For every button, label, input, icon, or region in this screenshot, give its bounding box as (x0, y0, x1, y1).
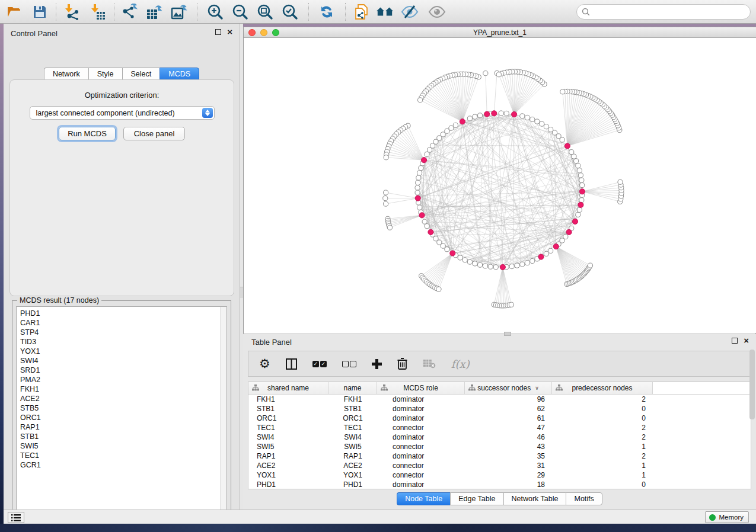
mcds-node-item[interactable]: PHD1 (20, 309, 227, 318)
table-row[interactable]: SWI4SWI4dominator462 (248, 432, 751, 442)
table-panel-title: Table Panel (251, 338, 292, 347)
export-image-icon[interactable] (171, 4, 189, 20)
column-header-name[interactable]: name (328, 382, 377, 394)
table-row[interactable]: ORC1ORC1dominator610 (248, 414, 751, 423)
column-header-predecessor-nodes[interactable]: predecessor nodes (552, 382, 653, 394)
mcds-node-item[interactable]: STB1 (20, 432, 227, 441)
mcds-result-list[interactable]: PHD1CAR1STP4TID3YOX1SWI4SRD1PMA2FKH1ACE2… (16, 306, 227, 516)
refresh-icon[interactable] (318, 4, 336, 20)
close-panel-icon[interactable]: × (227, 29, 232, 35)
import-table-icon[interactable] (89, 4, 107, 20)
table-header: shared namenameMCDS rolesuccessor nodes∨… (248, 382, 751, 395)
float-table-panel-icon[interactable] (732, 338, 738, 344)
selected-option: largest connected component (undirected) (36, 109, 175, 117)
close-panel-button[interactable]: Close panel (123, 127, 185, 140)
table-row[interactable]: TEC1TEC1connector472 (248, 423, 751, 432)
save-session-icon[interactable] (31, 4, 49, 20)
mcds-node-item[interactable]: SWI5 (20, 441, 227, 451)
table-scrollbar[interactable] (749, 350, 755, 419)
status-bar: Memory (4, 509, 756, 524)
node-table: shared namenameMCDS rolesuccessor nodes∨… (248, 382, 751, 489)
control-panel: Control Panel × NetworkStyleSelectMCDS O… (4, 24, 240, 509)
import-network-icon[interactable] (64, 4, 82, 20)
column-header-shared-name[interactable]: shared name (248, 382, 328, 394)
column-header-MCDS-role[interactable]: MCDS role (377, 382, 465, 394)
network-view[interactable] (244, 38, 755, 334)
table-row[interactable]: ACE2ACE2connector311 (248, 461, 751, 470)
memory-button[interactable]: Memory (705, 511, 749, 523)
table-row[interactable]: PHD1PHD1dominator180 (248, 480, 751, 489)
mcds-node-item[interactable]: ORC1 (20, 413, 227, 422)
memory-label: Memory (719, 514, 744, 521)
column-header-successor-nodes[interactable]: successor nodes∨ (465, 382, 552, 394)
table-row[interactable]: YOX1YOX1connector291 (248, 470, 751, 480)
toolbar-separator (114, 3, 114, 21)
mcds-node-item[interactable]: SWI4 (20, 356, 227, 366)
run-mcds-button[interactable]: Run MCDS (59, 127, 116, 140)
maximize-window-icon[interactable] (272, 29, 279, 36)
hide-selected-icon[interactable] (401, 4, 419, 20)
mcds-result-group: MCDS result (17 nodes) PHD1CAR1STP4TID3Y… (12, 300, 231, 520)
deselect-all-icon[interactable] (342, 356, 356, 371)
tab-edge-table[interactable]: Edge Table (450, 492, 503, 505)
delete-table-icon (423, 356, 436, 371)
mcds-node-item[interactable]: GCR1 (20, 460, 227, 470)
delete-columns-icon[interactable] (397, 356, 407, 371)
minimize-window-icon[interactable] (260, 29, 267, 36)
table-row[interactable]: RAP1RAP1dominator352 (248, 451, 751, 461)
tab-mcds[interactable]: MCDS (160, 68, 199, 80)
mcds-node-item[interactable]: STP4 (20, 328, 227, 337)
network-titlebar[interactable]: YPA_prune.txt_1 (244, 27, 756, 38)
column-header-filler (653, 382, 751, 394)
zoom-in-icon[interactable] (206, 4, 224, 20)
table-row[interactable]: STB1STB1dominator620 (248, 404, 751, 414)
result-scrollbar[interactable] (220, 307, 227, 515)
add-column-icon[interactable] (372, 356, 382, 371)
network-window: YPA_prune.txt_1 (243, 27, 756, 334)
mcds-node-item[interactable]: STB5 (20, 403, 227, 413)
zoom-selected-icon[interactable] (281, 4, 299, 20)
tab-network[interactable]: Network (44, 68, 88, 80)
tab-select[interactable]: Select (122, 68, 160, 80)
mcds-node-item[interactable]: FKH1 (20, 384, 227, 394)
tab-motifs[interactable]: Motifs (566, 492, 602, 505)
optimization-criterion-select[interactable]: largest connected component (undirected) (30, 106, 215, 120)
zoom-out-icon[interactable] (231, 4, 249, 20)
search-box (576, 4, 751, 20)
table-settings-icon[interactable]: ⚙ (259, 356, 270, 371)
close-window-icon[interactable] (248, 29, 256, 36)
select-stepper-icon (202, 108, 213, 118)
search-input[interactable] (592, 6, 750, 18)
tab-node-table[interactable]: Node Table (397, 492, 450, 505)
toggle-column-panel-icon[interactable] (286, 356, 297, 371)
network-canvas-svg (244, 38, 755, 334)
mcds-node-item[interactable]: ACE2 (20, 394, 227, 403)
select-all-icon[interactable]: ✓✓ (312, 356, 327, 371)
mcds-node-item[interactable]: YOX1 (20, 347, 227, 356)
table-row[interactable]: FKH1FKH1dominator962 (248, 395, 751, 404)
list-icon (11, 514, 21, 521)
mcds-node-item[interactable]: CAR1 (20, 318, 227, 328)
export-table-icon[interactable] (146, 4, 164, 20)
zoom-fit-icon[interactable] (256, 4, 274, 20)
horizontal-splitter[interactable] (504, 332, 511, 336)
mcds-node-item[interactable]: TID3 (20, 337, 227, 347)
float-panel-icon[interactable] (215, 29, 221, 35)
tab-style[interactable]: Style (88, 68, 122, 80)
close-table-panel-icon[interactable]: × (744, 338, 749, 344)
mcds-node-item[interactable]: TEC1 (20, 451, 227, 460)
first-neighbors-icon[interactable] (376, 4, 394, 20)
mcds-node-item[interactable]: SRD1 (20, 366, 227, 375)
function-builder-icon: f(x) (451, 356, 470, 371)
open-session-icon[interactable] (6, 4, 24, 20)
export-network-icon[interactable] (121, 4, 139, 20)
tab-network-table[interactable]: Network Table (503, 492, 566, 505)
clone-network-icon[interactable] (352, 4, 370, 20)
task-history-button[interactable] (8, 512, 24, 523)
show-all-icon[interactable] (428, 4, 446, 20)
table-row[interactable]: SWI5SWI5connector431 (248, 442, 751, 451)
mcds-result-title: MCDS result (17 nodes) (17, 296, 101, 305)
toolbar-separator (308, 3, 309, 21)
mcds-node-item[interactable]: PMA2 (20, 375, 227, 384)
mcds-node-item[interactable]: RAP1 (20, 422, 227, 432)
